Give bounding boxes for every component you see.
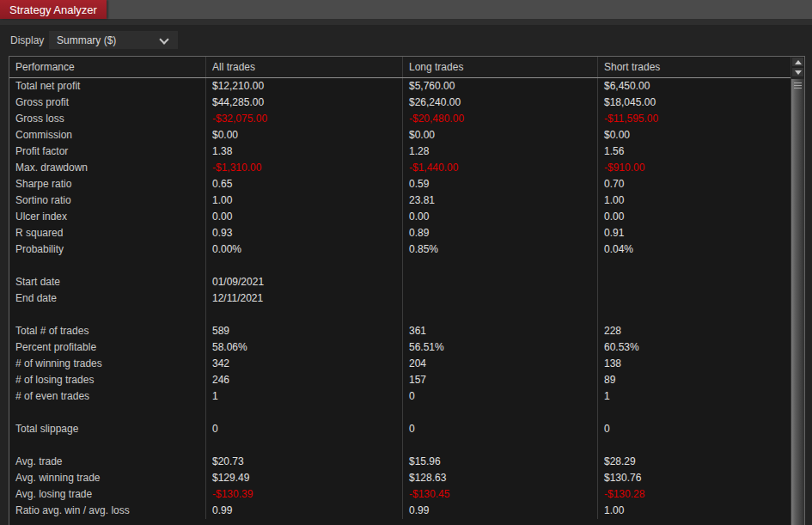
- row-value-cell: 0: [205, 421, 402, 437]
- scroll-up-button[interactable]: [791, 57, 804, 67]
- row-value-cell: [205, 258, 402, 274]
- table-row: Total # of trades589361228: [9, 323, 791, 339]
- scrollbar-thumb[interactable]: [791, 79, 804, 525]
- row-value-cell: -$20,480.00: [402, 111, 597, 127]
- row-value-cell: -$1,440.00: [402, 160, 597, 176]
- row-value-cell: $130.76: [597, 470, 791, 486]
- row-value-cell: -$130.39: [205, 486, 402, 503]
- table-row: Commission$0.00$0.00$0.00: [9, 127, 791, 143]
- row-label-cell: Ratio avg. win / avg. loss: [9, 503, 205, 519]
- display-dropdown[interactable]: Summary ($): [49, 31, 178, 49]
- row-value-cell: 1.28: [402, 143, 597, 160]
- scroll-down-button[interactable]: [791, 67, 804, 77]
- column-header-performance: Performance: [9, 57, 205, 77]
- row-value-cell: 589: [205, 323, 402, 339]
- row-label-cell: Total slippage: [9, 421, 205, 437]
- tab-strategy-analyzer[interactable]: Strategy Analyzer: [0, 0, 107, 19]
- row-value-cell: 0.89: [402, 225, 597, 241]
- table-row: Total net profit$12,210.00$5,760.00$6,45…: [9, 78, 791, 95]
- row-label-cell: [9, 307, 205, 323]
- table-row: [9, 405, 791, 421]
- row-value-cell: 0.04%: [597, 241, 791, 258]
- triangle-up-icon: [795, 60, 802, 64]
- row-value-cell: -$910.00: [597, 160, 791, 176]
- table-row: Avg. losing trade-$130.39-$130.45-$130.2…: [9, 486, 791, 503]
- row-label-cell: Avg. winning trade: [9, 470, 205, 486]
- table-row: Ulcer index0.000.000.00: [9, 209, 791, 225]
- row-value-cell: 12/11/2021: [205, 290, 402, 307]
- row-value-cell: [402, 290, 597, 307]
- row-value-cell: 1: [597, 388, 791, 405]
- table-row: [9, 437, 791, 454]
- row-value-cell: 0.93: [205, 225, 402, 241]
- table-row: Max. drawdown-$1,310.00-$1,440.00-$910.0…: [9, 160, 791, 176]
- table-row: R squared0.930.890.91: [9, 225, 791, 241]
- row-value-cell: 1: [205, 388, 402, 405]
- row-value-cell: 0.91: [597, 225, 791, 241]
- row-value-cell: 0.99: [205, 503, 402, 519]
- row-value-cell: $0.00: [597, 127, 791, 143]
- table-row: Ratio avg. win / avg. loss0.990.991.00: [9, 503, 791, 519]
- table-row: Avg. winning trade$129.49$128.63$130.76: [9, 470, 791, 486]
- row-value-cell: -$11,595.00: [597, 111, 791, 127]
- table-row: Total slippage000: [9, 421, 791, 437]
- row-label-cell: R squared: [9, 225, 205, 241]
- chevron-down-icon: [161, 36, 168, 43]
- row-label-cell: # of losing trades: [9, 372, 205, 388]
- tab-title: Strategy Analyzer: [9, 3, 97, 16]
- row-value-cell: 1.00: [597, 503, 791, 519]
- vertical-scrollbar[interactable]: [791, 57, 804, 525]
- table-row: Sharpe ratio0.650.590.70: [9, 176, 791, 192]
- column-header-long-trades: Long trades: [402, 57, 597, 77]
- row-value-cell: 89: [597, 372, 791, 388]
- row-value-cell: [402, 405, 597, 421]
- row-value-cell: -$1,310.00: [205, 160, 402, 176]
- table-row: Percent profitable58.06%56.51%60.53%: [9, 339, 791, 356]
- row-label-cell: [9, 258, 205, 274]
- row-label-cell: Percent profitable: [9, 339, 205, 356]
- table-header-row: Performance All trades Long trades Short…: [9, 57, 791, 78]
- row-value-cell: $44,285.00: [205, 95, 402, 111]
- row-value-cell: 1.56: [597, 143, 791, 160]
- row-value-cell: 1.00: [597, 192, 791, 209]
- row-value-cell: 361: [402, 323, 597, 339]
- tab-bar: Strategy Analyzer: [0, 0, 812, 19]
- table-row: Sortino ratio1.0023.811.00: [9, 192, 791, 209]
- row-value-cell: 157: [402, 372, 597, 388]
- row-label-cell: [9, 437, 205, 454]
- row-label-cell: Max. drawdown: [9, 160, 205, 176]
- row-value-cell: 58.06%: [205, 339, 402, 356]
- row-value-cell: 0: [402, 388, 597, 405]
- row-value-cell: 0.00%: [205, 241, 402, 258]
- table-row: [9, 307, 791, 323]
- row-value-cell: $12,210.00: [205, 78, 402, 95]
- row-value-cell: $26,240.00: [402, 95, 597, 111]
- table-row: Profit factor1.381.281.56: [9, 143, 791, 160]
- table-row: End date12/11/2021: [9, 290, 791, 307]
- row-value-cell: 0.00: [597, 209, 791, 225]
- row-value-cell: 0.00: [205, 209, 402, 225]
- row-value-cell: 23.81: [402, 192, 597, 209]
- column-header-short-trades: Short trades: [597, 57, 791, 77]
- row-value-cell: -$130.45: [402, 486, 597, 503]
- row-value-cell: 138: [597, 356, 791, 372]
- row-value-cell: $0.00: [205, 127, 402, 143]
- row-value-cell: 0.00: [402, 209, 597, 225]
- row-value-cell: 56.51%: [402, 339, 597, 356]
- row-value-cell: [205, 437, 402, 454]
- table-row: Gross loss-$32,075.00-$20,480.00-$11,595…: [9, 111, 791, 127]
- row-value-cell: [402, 274, 597, 290]
- row-value-cell: 0.99: [402, 503, 597, 519]
- row-value-cell: [597, 258, 791, 274]
- row-value-cell: [205, 405, 402, 421]
- display-toolbar: Display Summary ($): [0, 25, 812, 56]
- row-value-cell: 0: [402, 421, 597, 437]
- row-value-cell: [402, 258, 597, 274]
- row-value-cell: 1.38: [205, 143, 402, 160]
- row-value-cell: [402, 307, 597, 323]
- row-label-cell: Ulcer index: [9, 209, 205, 225]
- row-value-cell: 0: [597, 421, 791, 437]
- row-value-cell: 60.53%: [597, 339, 791, 356]
- row-value-cell: $0.00: [402, 127, 597, 143]
- row-value-cell: $15.96: [402, 454, 597, 470]
